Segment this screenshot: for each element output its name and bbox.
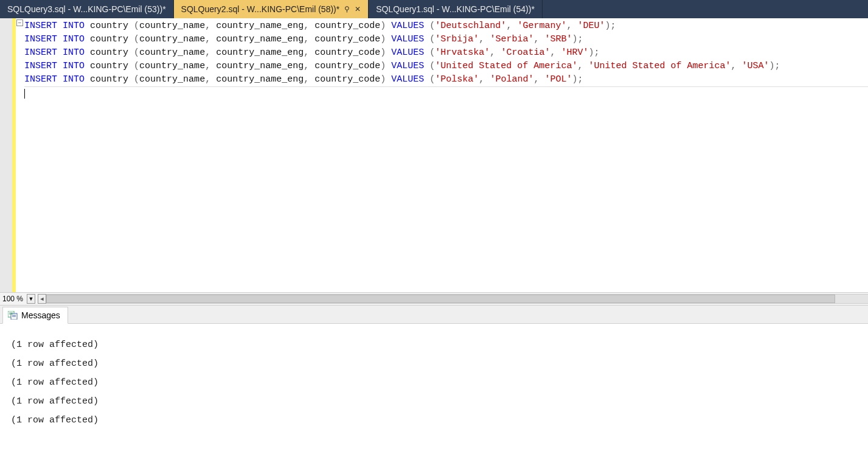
file-tab[interactable]: SQLQuery1.sql - W...KING-PC\Emil (54))*: [369, 0, 543, 18]
results-tab-bar: Messages: [0, 306, 868, 324]
messages-panel[interactable]: (1 row affected) (1 row affected) (1 row…: [0, 324, 868, 464]
file-tab-label: SQLQuery1.sql - W...KING-PC\Emil (54))*: [376, 4, 535, 14]
message-line: (1 row affected): [11, 377, 857, 388]
zoom-dropdown-icon[interactable]: ▼: [27, 294, 35, 304]
fold-collapse-icon[interactable]: −: [16, 19, 23, 26]
editor-selection-margin: [0, 18, 12, 292]
messages-tab[interactable]: Messages: [2, 307, 68, 324]
hscroll-left-icon[interactable]: ◄: [38, 294, 46, 304]
kw-insert: INSERT: [24, 21, 57, 31]
sql-editor: − INSERT INTO country (country_name, cou…: [0, 18, 868, 292]
messages-tab-label: Messages: [21, 310, 60, 320]
kw-into: INTO: [63, 21, 85, 31]
text-cursor: [24, 89, 25, 99]
tbl: country: [90, 21, 128, 31]
close-icon[interactable]: ✕: [355, 5, 361, 13]
editor-status-strip: 100 % ▼ ◄: [0, 292, 868, 306]
file-tab-bar: SQLQuery3.sql - W...KING-PC\Emil (53))* …: [0, 0, 868, 18]
messages-icon: [8, 311, 18, 320]
editor-fold-gutter: −: [16, 18, 24, 292]
message-line: (1 row affected): [11, 340, 857, 350]
message-line: (1 row affected): [11, 358, 857, 369]
sql-code-area[interactable]: INSERT INTO country (country_name, count…: [24, 18, 868, 292]
pin-icon[interactable]: ⚲: [344, 5, 350, 13]
hscroll-track[interactable]: [46, 294, 868, 304]
file-tab[interactable]: SQLQuery3.sql - W...KING-PC\Emil (53))*: [0, 0, 174, 18]
kw-values: VALUES: [391, 21, 424, 31]
zoom-level: 100 %: [0, 295, 27, 303]
message-line: (1 row affected): [11, 396, 857, 407]
message-line: (1 row affected): [11, 415, 857, 425]
file-tab-label: SQLQuery3.sql - W...KING-PC\Emil (53))*: [7, 4, 166, 14]
file-tab-active[interactable]: SQLQuery2.sql - W...KING-PC\Emil (58))* …: [174, 0, 369, 18]
file-tab-label: SQLQuery2.sql - W...KING-PC\Emil (58))*: [181, 4, 340, 14]
hscroll-thumb[interactable]: [46, 295, 835, 303]
